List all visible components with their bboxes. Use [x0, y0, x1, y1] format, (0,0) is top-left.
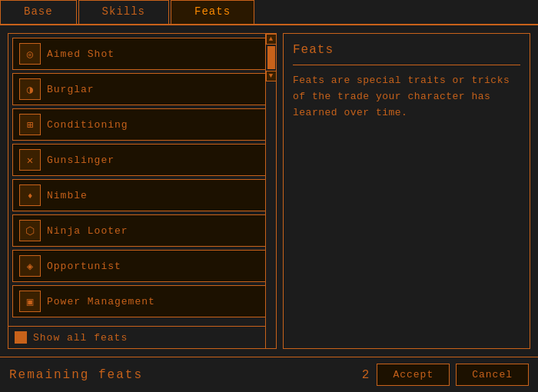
remaining-label: Remaining feats	[9, 368, 354, 382]
accept-button[interactable]: Accept	[377, 364, 450, 386]
feat-item-opportunist[interactable]: ◈Opportunist	[12, 250, 272, 282]
feat-icon-nimble: ⬧	[19, 184, 41, 206]
feat-item-conditioning[interactable]: ⊞Conditioning	[12, 108, 272, 141]
feat-icon-power-management: ▣	[19, 291, 41, 312]
feat-name-nimble: Nimble	[47, 190, 88, 201]
feats-list-wrap: ◎Aimed Shot◑Burglar⊞Conditioning✕Gunslin…	[8, 34, 276, 326]
feat-name-conditioning: Conditioning	[47, 119, 128, 131]
feat-icon-burglar: ◑	[19, 78, 41, 100]
right-panel: Feats Feats are special traits or tricks…	[283, 33, 530, 349]
feat-icon-aimed-shot: ◎	[19, 43, 41, 65]
info-divider	[293, 65, 520, 65]
scroll-down-arrow[interactable]: ▼	[266, 71, 277, 81]
show-all-row: Show all feats	[8, 326, 276, 348]
feat-name-gunslinger: Gunslinger	[47, 154, 115, 166]
feat-name-aimed-shot: Aimed Shot	[47, 48, 115, 60]
feat-item-nimble[interactable]: ⬧Nimble	[12, 179, 272, 211]
info-title: Feats	[293, 43, 520, 57]
tab-bar: Base Skills Feats	[0, 0, 538, 25]
scroll-thumb[interactable]	[267, 46, 275, 69]
feat-name-ninja-looter: Ninja Looter	[47, 225, 128, 237]
left-panel: ◎Aimed Shot◑Burglar⊞Conditioning✕Gunslin…	[8, 33, 277, 349]
tab-skills[interactable]: Skills	[78, 0, 169, 24]
feat-item-gunslinger[interactable]: ✕Gunslinger	[12, 144, 272, 176]
show-all-checkbox[interactable]	[15, 331, 27, 344]
bottom-bar: Remaining feats 2 Accept Cancel	[0, 357, 538, 392]
feats-list: ◎Aimed Shot◑Burglar⊞Conditioning✕Gunslin…	[8, 34, 276, 326]
feat-icon-conditioning: ⊞	[19, 114, 41, 135]
feat-item-ninja-looter[interactable]: ⬡Ninja Looter	[12, 214, 272, 247]
feat-item-aimed-shot[interactable]: ◎Aimed Shot	[12, 38, 272, 70]
feat-icon-gunslinger: ✕	[19, 149, 41, 171]
scrollbar: ▲ ▼	[265, 34, 276, 326]
feat-item-power-management[interactable]: ▣Power Management	[12, 285, 272, 317]
tab-base[interactable]: Base	[0, 0, 77, 24]
feat-item-burglar[interactable]: ◑Burglar	[12, 73, 272, 105]
feat-icon-opportunist: ◈	[19, 255, 41, 277]
feat-name-burglar: Burglar	[47, 84, 95, 95]
content-area: ◎Aimed Shot◑Burglar⊞Conditioning✕Gunslin…	[0, 25, 538, 357]
tab-feats[interactable]: Feats	[171, 0, 254, 24]
scroll-up-arrow[interactable]: ▲	[266, 34, 277, 45]
remaining-count: 2	[362, 368, 371, 382]
main-container: Base Skills Feats ◎Aimed Shot◑Burglar⊞Co…	[0, 0, 538, 392]
info-description: Feats are special traits or tricks of th…	[293, 73, 520, 121]
feat-name-opportunist: Opportunist	[47, 261, 121, 272]
feat-icon-ninja-looter: ⬡	[19, 220, 41, 241]
feat-name-power-management: Power Management	[47, 296, 155, 307]
cancel-button[interactable]: Cancel	[456, 364, 529, 386]
left-panel-inner: ◎Aimed Shot◑Burglar⊞Conditioning✕Gunslin…	[8, 34, 276, 326]
show-all-label: Show all feats	[33, 332, 128, 344]
